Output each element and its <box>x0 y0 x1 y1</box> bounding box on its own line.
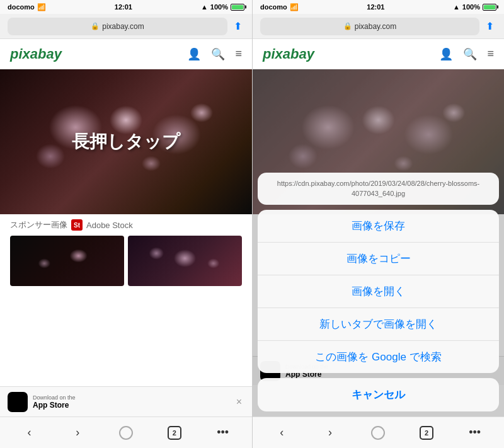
hero-label-left: 長押しタップ <box>72 130 180 154</box>
bottom-nav-right: ‹ › 2 ••• <box>253 416 504 448</box>
tab-count-left: 2 <box>168 426 181 440</box>
search-button-left[interactable] <box>112 421 140 445</box>
sponsor-row-left: スポンサー画像 St Adobe Stock <box>0 214 252 236</box>
status-right-right: ▲ 100% <box>453 3 496 11</box>
context-menu-container: https://cdn.pixabay.com/photo/2019/03/24… <box>253 168 504 416</box>
time-right: 12:01 <box>367 3 384 11</box>
left-phone: docomo 📶 12:01 ▲ 100% 🔒 pixabay.com ⬆ pi… <box>0 0 252 448</box>
sponsor-label-left: スポンサー画像 <box>10 219 67 231</box>
status-left-right: docomo 📶 <box>260 3 299 11</box>
menu-icon-right[interactable]: ≡ <box>487 47 494 60</box>
tabs-button-left[interactable]: 2 <box>161 421 188 445</box>
wifi-icon-right: 📶 <box>290 3 299 11</box>
back-button-left[interactable]: ‹ <box>15 421 43 445</box>
action-copy-image[interactable]: 画像をコピー <box>258 243 499 275</box>
carrier-right: docomo <box>260 3 287 11</box>
pixabay-logo-right: pixabay <box>263 46 314 62</box>
bottom-nav-left: ‹ › 2 ••• <box>0 416 252 448</box>
share-button-right[interactable]: ⬆ <box>483 20 496 32</box>
appstore-text-left: Download on the App Store <box>33 394 229 410</box>
action-open-new-tab[interactable]: 新しいタブで画像を開く <box>258 308 499 341</box>
address-pill-left[interactable]: 🔒 pixabay.com <box>8 18 227 35</box>
tabs-button-right[interactable]: 2 <box>413 421 440 445</box>
search-icon-left[interactable]: 🔍 <box>211 47 225 61</box>
battery-icon-right <box>483 4 496 11</box>
address-bar-right: 🔒 pixabay.com ⬆ <box>253 14 504 39</box>
action-save-image[interactable]: 画像を保存 <box>258 210 499 243</box>
main-content-left: 長押しタップ スポンサー画像 St Adobe Stock Download o… <box>0 69 252 416</box>
more-button-right[interactable]: ••• <box>461 421 489 445</box>
sponsor-brand-left: Adobe Stock <box>86 221 133 230</box>
main-content-right: Download on the App Store https://cdn.pi… <box>253 69 504 416</box>
signal-icon-left: ▲ <box>201 3 208 11</box>
context-actions-card: 画像を保存 画像をコピー 画像を開く 新しいタブで画像を開く この画像を Goo… <box>258 210 499 373</box>
header-icons-right: 👤 🔍 ≡ <box>439 47 494 61</box>
address-bar-left: 🔒 pixabay.com ⬆ <box>0 14 252 39</box>
lock-icon-right: 🔒 <box>343 22 352 30</box>
appstore-icon-left <box>8 392 28 412</box>
battery-pct-right: 100% <box>462 3 480 11</box>
thumbnail-2-left[interactable] <box>128 236 242 286</box>
status-bar-left: docomo 📶 12:01 ▲ 100% <box>0 0 252 14</box>
search-button-right[interactable] <box>364 421 392 445</box>
back-button-right[interactable]: ‹ <box>268 421 295 445</box>
flower-sm-2 <box>128 236 242 286</box>
action-open-image[interactable]: 画像を開く <box>258 275 499 308</box>
lock-icon-left: 🔒 <box>91 22 100 30</box>
status-left: docomo 📶 <box>8 3 46 11</box>
tab-count-right: 2 <box>420 426 433 440</box>
menu-icon-left[interactable]: ≡ <box>235 47 242 60</box>
context-url-card: https://cdn.pixabay.com/photo/2019/03/24… <box>258 173 499 205</box>
user-icon-left[interactable]: 👤 <box>187 47 201 61</box>
right-phone: docomo 📶 12:01 ▲ 100% 🔒 pixabay.com ⬆ pi… <box>252 0 504 448</box>
forward-button-left[interactable]: › <box>64 421 91 445</box>
action-google-search[interactable]: この画像を Google で検索 <box>258 341 499 373</box>
header-icons-left: 👤 🔍 ≡ <box>187 47 242 61</box>
search-icon-right[interactable]: 🔍 <box>463 47 477 61</box>
battery-icon-left <box>231 4 244 11</box>
sponsor-badge-left: St <box>71 219 83 231</box>
site-header-right: pixabay 👤 🔍 ≡ <box>253 39 504 69</box>
forward-button-right[interactable]: › <box>316 421 344 445</box>
context-cancel-button[interactable]: キャンセル <box>258 378 499 411</box>
more-button-left[interactable]: ••• <box>209 421 237 445</box>
carrier-left: docomo <box>8 3 35 11</box>
banner-close-left[interactable]: × <box>234 394 244 410</box>
battery-pct-left: 100% <box>210 3 228 11</box>
site-header-left: pixabay 👤 🔍 ≡ <box>0 39 252 69</box>
appstore-banner-left: Download on the App Store × <box>0 386 252 416</box>
flower-sm-1 <box>10 236 124 286</box>
share-button-left[interactable]: ⬆ <box>231 20 244 32</box>
appstore-name-left: App Store <box>33 401 229 410</box>
context-url-text: https://cdn.pixabay.com/photo/2019/03/24… <box>277 180 479 197</box>
context-overlay: https://cdn.pixabay.com/photo/2019/03/24… <box>253 69 504 416</box>
hero-image-left: 長押しタップ <box>0 69 252 214</box>
signal-icon-right: ▲ <box>453 3 460 11</box>
pixabay-logo-left: pixabay <box>10 46 62 62</box>
thumbnail-1-left[interactable] <box>10 236 124 286</box>
appstore-small-text-left: Download on the <box>33 394 229 401</box>
status-bar-right: docomo 📶 12:01 ▲ 100% <box>253 0 504 14</box>
search-circle-icon-left <box>119 426 133 440</box>
url-right: pixabay.com <box>355 22 396 31</box>
address-pill-right[interactable]: 🔒 pixabay.com <box>260 18 479 35</box>
search-circle-icon-right <box>371 426 385 440</box>
status-right-left: ▲ 100% <box>201 3 244 11</box>
url-left: pixabay.com <box>102 22 144 31</box>
time-left: 12:01 <box>115 3 132 11</box>
wifi-icon-left: 📶 <box>37 3 46 11</box>
user-icon-right[interactable]: 👤 <box>439 47 453 61</box>
thumb-row-left <box>0 236 252 286</box>
